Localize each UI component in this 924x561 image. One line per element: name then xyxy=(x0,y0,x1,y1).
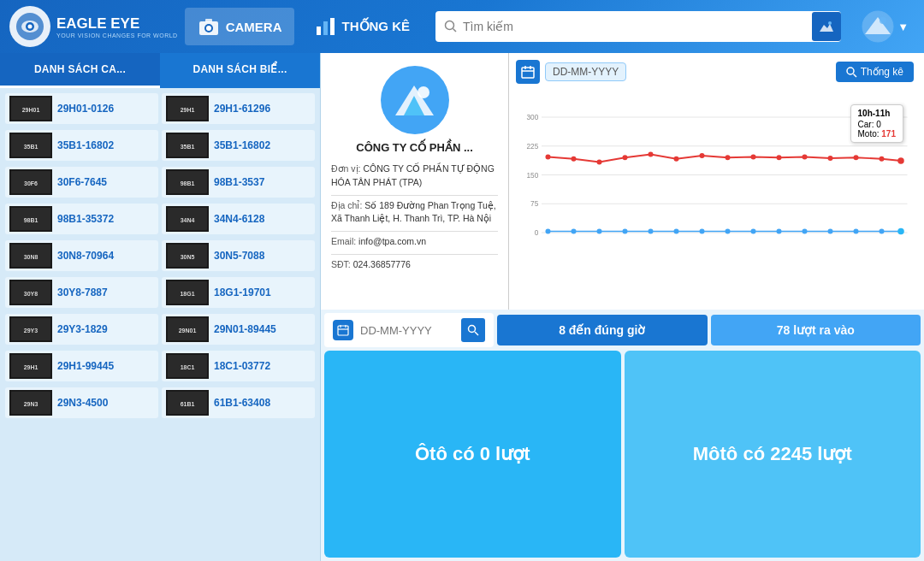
logo-area: EAGLE EYE YOUR VISION CHANGES FOR WORLD xyxy=(9,5,178,48)
tab-danh-sach-bien[interactable]: DANH SÁCH BIỂ... xyxy=(160,53,320,88)
plate-item-right[interactable]: 61B1 61B1-63408 xyxy=(162,387,315,418)
svg-point-109 xyxy=(572,229,577,234)
plate-item-left[interactable]: 29H01 29H01-0126 xyxy=(5,93,158,124)
nav-camera[interactable]: CAMERA xyxy=(185,8,294,45)
svg-text:0: 0 xyxy=(535,229,539,237)
mountain-search-icon xyxy=(818,18,835,35)
list-row[interactable]: 29Y3 29Y3-1829 29N01 29N01-89445 xyxy=(2,312,318,346)
svg-point-118 xyxy=(803,229,808,234)
svg-point-110 xyxy=(597,229,602,234)
svg-point-121 xyxy=(880,229,885,234)
svg-text:29H1: 29H1 xyxy=(24,364,38,370)
svg-point-97 xyxy=(649,152,654,157)
svg-point-101 xyxy=(751,155,756,160)
search-submit-button[interactable] xyxy=(812,12,841,41)
plate-number-right: 29N01-89445 xyxy=(214,323,276,335)
tooltip-car: Car: 0 xyxy=(858,120,896,129)
don-vi-label: Đơn vị: xyxy=(331,163,361,174)
chart-svg-container: 300 225 150 75 0 xyxy=(516,87,914,292)
plate-item-left[interactable]: 30F6 30F6-7645 xyxy=(5,167,158,198)
svg-text:29H1: 29H1 xyxy=(181,107,195,113)
plate-item-left[interactable]: 29N3 29N3-4500 xyxy=(5,387,158,418)
plate-item-right[interactable]: 29H1 29H1-61296 xyxy=(162,93,315,124)
list-row[interactable]: 30Y8 30Y8-7887 18G1 18G1-19701 xyxy=(2,275,318,310)
plate-number-left: 30Y8-7887 xyxy=(57,286,108,298)
list-row[interactable]: 29N3 29N3-4500 61B1 61B1-63408 xyxy=(2,386,318,420)
company-info-card: CÔNG TY CỐ PHẦN ... Đơn vị: CÔNG TY CỐ P… xyxy=(321,53,509,310)
nav-thongke[interactable]: THỐNG KÊ xyxy=(301,8,423,45)
plate-item-right[interactable]: 29N01 29N01-89445 xyxy=(162,314,315,345)
search-input[interactable] xyxy=(463,20,807,33)
stat-luot-ra-vao: 78 lượt ra vào xyxy=(711,315,921,345)
stat-dung-gio: 8 đến đúng giờ xyxy=(497,315,708,345)
tab-danh-sach-camera[interactable]: DANH SÁCH CA... xyxy=(0,53,160,88)
thong-ke-btn-label: Thống kê xyxy=(861,66,903,78)
list-row[interactable]: 98B1 98B1-35372 34N4 34N4-6128 xyxy=(2,202,318,236)
svg-text:34N4: 34N4 xyxy=(181,217,195,223)
svg-text:29N3: 29N3 xyxy=(24,401,38,407)
camera-icon xyxy=(197,15,221,38)
plate-item-right[interactable]: 98B1 98B1-3537 xyxy=(162,167,315,198)
plate-number-left: 29H01-0126 xyxy=(57,103,114,115)
chart-area: DD-MM-YYYY Thống kê xyxy=(509,53,924,310)
plate-img-right: 30N5 xyxy=(166,243,209,269)
svg-rect-6 xyxy=(205,19,212,22)
list-row[interactable]: 29H1 29H1-99445 18C1 18C1-03772 xyxy=(2,349,318,383)
logo-title: EAGLE EYE xyxy=(56,15,178,32)
plate-item-left[interactable]: 30N8 30N8-70964 xyxy=(5,240,158,271)
svg-point-119 xyxy=(828,229,833,234)
svg-point-102 xyxy=(777,155,782,160)
thong-ke-button[interactable]: Thống kê xyxy=(836,62,914,82)
bottom-calendar-icon xyxy=(333,320,353,340)
list-row[interactable]: 30N8 30N8-70964 30N5 30N5-7088 xyxy=(2,239,318,273)
calendar-icon-box xyxy=(516,60,540,84)
svg-text:150: 150 xyxy=(526,172,538,180)
bottom-date-search xyxy=(324,313,494,347)
chart-date-input[interactable]: DD-MM-YYYY xyxy=(545,62,626,81)
bottom-search-button[interactable] xyxy=(461,318,485,342)
plate-item-left[interactable]: 98B1 98B1-35372 xyxy=(5,204,158,234)
sdt-label: SĐT: xyxy=(331,259,351,269)
svg-line-13 xyxy=(453,29,457,32)
svg-text:75: 75 xyxy=(530,200,539,208)
profile-button[interactable]: ▼ xyxy=(855,7,915,46)
plate-img-right: 35B1 xyxy=(166,133,209,158)
list-row[interactable]: 29H01 29H01-0126 29H1 29H1-61296 xyxy=(2,92,318,126)
search-icon-small xyxy=(846,67,857,78)
svg-point-76 xyxy=(418,86,429,98)
plate-list: 29H01 29H01-0126 29H1 29H1-61296 xyxy=(0,88,320,561)
svg-point-114 xyxy=(700,229,705,234)
plate-img-right: 18C1 xyxy=(166,353,209,379)
nav-thongke-label: THỐNG KÊ xyxy=(342,19,411,34)
sdt-value: 024.36857776 xyxy=(353,259,411,269)
bottom-date-input[interactable] xyxy=(360,324,454,337)
plate-item-left[interactable]: 29Y3 29Y3-1829 xyxy=(5,314,158,345)
tooltip-moto: Moto: 171 xyxy=(858,129,896,139)
plate-number-left: 29H1-99445 xyxy=(57,360,114,372)
plate-item-left[interactable]: 30Y8 30Y8-7887 xyxy=(5,277,158,308)
plate-item-left[interactable]: 29H1 29H1-99445 xyxy=(5,351,158,381)
svg-text:30N5: 30N5 xyxy=(181,254,195,260)
stat-moto: Môtô có 2245 lượt xyxy=(625,351,921,558)
search-bar xyxy=(435,11,841,42)
svg-text:300: 300 xyxy=(526,114,538,121)
plate-item-right[interactable]: 35B1 35B1-16802 xyxy=(162,130,315,161)
svg-point-95 xyxy=(597,160,602,165)
plate-item-left[interactable]: 35B1 35B1-16802 xyxy=(5,130,158,161)
list-row[interactable]: 30F6 30F6-7645 98B1 98B1-3537 xyxy=(2,165,318,199)
plate-item-right[interactable]: 30N5 30N5-7088 xyxy=(162,240,315,271)
company-name: CÔNG TY CỐ PHẦN ... xyxy=(356,141,473,154)
plate-item-right[interactable]: 18C1 18C1-03772 xyxy=(162,351,315,381)
svg-text:30N8: 30N8 xyxy=(24,254,38,260)
list-row[interactable]: 35B1 35B1-16802 35B1 35B1-16802 xyxy=(2,128,318,162)
svg-text:35B1: 35B1 xyxy=(181,144,195,150)
plate-number-right: 29H1-61296 xyxy=(214,103,270,115)
svg-point-4 xyxy=(28,25,33,29)
plate-item-right[interactable]: 34N4 34N4-6128 xyxy=(162,204,315,234)
plate-number-right: 18C1-03772 xyxy=(214,360,270,372)
plate-number-left: 98B1-35372 xyxy=(57,213,114,225)
plate-item-right[interactable]: 18G1 18G1-19701 xyxy=(162,277,315,308)
divider2 xyxy=(331,231,498,232)
plate-img-left: 35B1 xyxy=(9,133,52,158)
divider xyxy=(331,195,498,196)
